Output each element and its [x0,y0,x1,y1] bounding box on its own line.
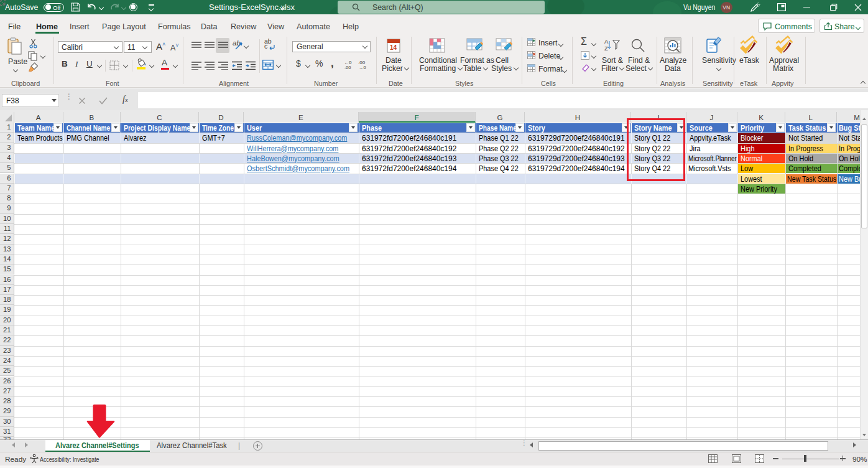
svg-text:.00: .00 [344,65,351,70]
svg-text:→0: →0 [359,65,366,70]
svg-text:A: A [604,38,609,45]
svg-text:Z: Z [604,45,608,52]
svg-text:14: 14 [390,44,397,51]
